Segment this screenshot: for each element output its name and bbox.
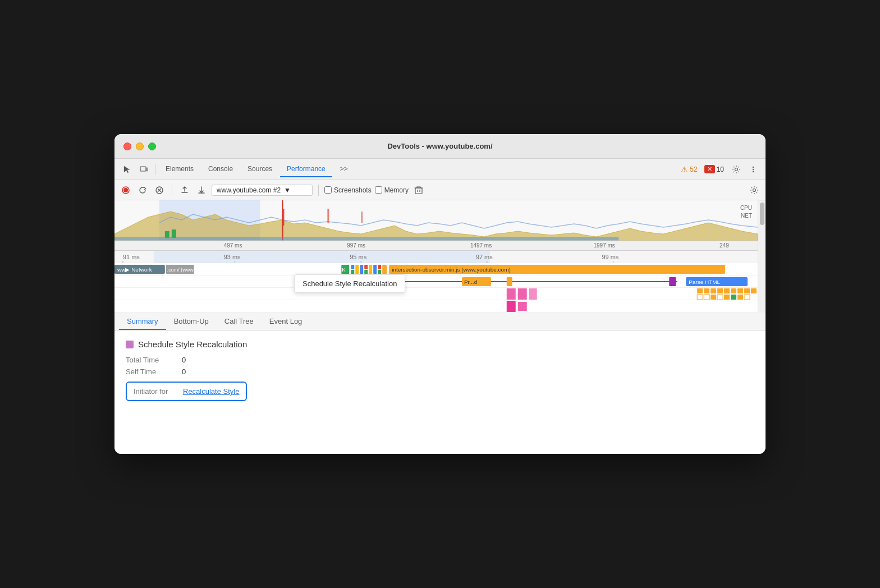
svg-point-4 [753, 168, 754, 169]
tab-sources[interactable]: Sources [241, 162, 279, 177]
tab-bottom-up[interactable]: Bottom-Up [166, 314, 217, 330]
device-icon[interactable] [136, 162, 152, 177]
net-label: NET [741, 213, 752, 219]
error-count: 10 [717, 166, 724, 173]
main-thread-row[interactable]: Pr...d Parse HTML [114, 275, 758, 288]
svg-text:497 ms: 497 ms [224, 242, 242, 249]
svg-point-14 [753, 189, 756, 191]
warning-icon: ⚠ [681, 165, 688, 174]
warning-badge: ⚠ 52 [681, 165, 697, 174]
reload-button[interactable] [136, 183, 149, 197]
trash-icon[interactable] [412, 183, 425, 197]
svg-rect-89 [731, 295, 736, 300]
timeline-main: 497 ms 997 ms 1497 ms 1997 ms 249 CPU NE… [114, 200, 758, 313]
network-row[interactable]: ww▶ Network intersection-observer.min.js… [114, 263, 758, 275]
url-selector[interactable]: www.youtube.com #2 ▼ [212, 185, 313, 196]
screenshots-label: Screenshots [334, 186, 372, 194]
warning-count: 52 [690, 166, 697, 173]
svg-rect-54 [360, 265, 363, 274]
download-button[interactable] [195, 183, 208, 197]
svg-text:Parse HTML: Parse HTML [689, 279, 720, 285]
tab-elements[interactable]: Elements [159, 162, 200, 177]
timeline-area[interactable]: 497 ms 997 ms 1497 ms 1997 ms 249 CPU NE… [114, 200, 758, 251]
initiator-link[interactable]: Recalculate Style [183, 387, 239, 396]
dropdown-arrow: ▼ [284, 186, 291, 194]
svg-rect-53 [355, 265, 359, 274]
svg-text:99 ms: 99 ms [602, 254, 618, 260]
settings-icon[interactable] [728, 162, 744, 177]
svg-text:91 ms: 91 ms [123, 254, 140, 260]
svg-text:intersection-observer.min.js (: intersection-observer.min.js (www.youtub… [392, 267, 511, 273]
close-button[interactable] [123, 143, 131, 150]
svg-rect-90 [737, 295, 743, 300]
svg-rect-86 [711, 295, 716, 300]
tab-event-log[interactable]: Event Log [262, 314, 310, 330]
more-icon[interactable] [745, 162, 761, 177]
svg-rect-93 [518, 288, 527, 300]
record-button[interactable] [119, 183, 132, 197]
devtools-toolbar: Elements Console Sources Performance >> … [114, 159, 766, 180]
svg-rect-61 [382, 265, 387, 274]
memory-checkbox[interactable] [375, 186, 382, 194]
bottom-tabs: Summary Bottom-Up Call Tree Event Log [114, 313, 766, 330]
svg-rect-81 [737, 288, 743, 293]
svg-rect-87 [717, 295, 723, 300]
svg-rect-82 [744, 288, 750, 293]
svg-rect-18 [172, 229, 176, 238]
svg-point-5 [753, 171, 754, 172]
upload-button[interactable] [178, 183, 191, 197]
svg-rect-0 [140, 167, 146, 171]
svg-rect-56 [364, 270, 368, 274]
gpu-row[interactable] [114, 288, 758, 300]
svg-rect-32 [154, 251, 490, 263]
summary-title-text: Schedule Style Recalculation [138, 339, 247, 349]
tab-summary[interactable]: Summary [119, 314, 166, 330]
svg-rect-83 [751, 288, 757, 293]
perf-settings-icon[interactable] [748, 183, 761, 197]
clear-button[interactable] [153, 183, 166, 197]
svg-text:.com/ (www.youtube.c: .com/ (www.youtube.c [167, 267, 217, 273]
screenshots-checkbox-group[interactable]: Screenshots [324, 186, 372, 194]
cpu-label: CPU [740, 205, 752, 211]
compositor-row[interactable] [114, 300, 758, 313]
minimize-button[interactable] [136, 143, 144, 150]
svg-rect-11 [415, 188, 422, 194]
summary-panel: Schedule Style Recalculation Total Time … [114, 330, 766, 454]
svg-rect-57 [369, 265, 372, 274]
cursor-icon[interactable] [119, 162, 135, 177]
svg-rect-88 [724, 295, 730, 300]
self-time-row: Self Time 0 [126, 368, 754, 376]
tab-more[interactable]: >> [333, 162, 355, 177]
maximize-button[interactable] [148, 143, 156, 150]
svg-rect-21 [361, 212, 363, 223]
tab-performance[interactable]: Performance [280, 162, 332, 177]
svg-rect-92 [507, 288, 516, 300]
total-time-value: 0 [182, 356, 186, 364]
tab-call-tree[interactable]: Call Tree [217, 314, 262, 330]
summary-title: Schedule Style Recalculation [126, 339, 754, 349]
timeline-container: 497 ms 997 ms 1497 ms 1997 ms 249 CPU NE… [114, 200, 766, 313]
svg-rect-59 [378, 265, 381, 269]
svg-rect-80 [731, 288, 736, 293]
svg-rect-74 [669, 277, 676, 286]
svg-rect-51 [351, 265, 354, 269]
scrollbar[interactable] [758, 200, 766, 313]
svg-text:95 ms: 95 ms [350, 254, 366, 260]
svg-rect-55 [364, 265, 368, 269]
svg-rect-84 [697, 295, 703, 300]
divider2 [318, 185, 319, 196]
summary-color-indicator [126, 341, 134, 348]
tooltip: Schedule Style Recalculation [294, 274, 405, 293]
scrollbar-thumb[interactable] [760, 203, 764, 225]
tab-console[interactable]: Console [201, 162, 240, 177]
memory-checkbox-group[interactable]: Memory [375, 186, 409, 194]
flame-chart[interactable]: ww▶ Network intersection-observer.min.js… [114, 263, 758, 313]
flame-ruler: 91 ms 93 ms 95 ms 97 ms 99 ms [114, 251, 758, 263]
self-time-label: Self Time [126, 368, 171, 376]
svg-rect-94 [529, 288, 537, 300]
svg-point-3 [753, 166, 754, 167]
traffic-lights [123, 143, 156, 150]
svg-rect-78 [717, 288, 723, 293]
screenshots-checkbox[interactable] [324, 186, 332, 194]
divider [172, 185, 172, 196]
